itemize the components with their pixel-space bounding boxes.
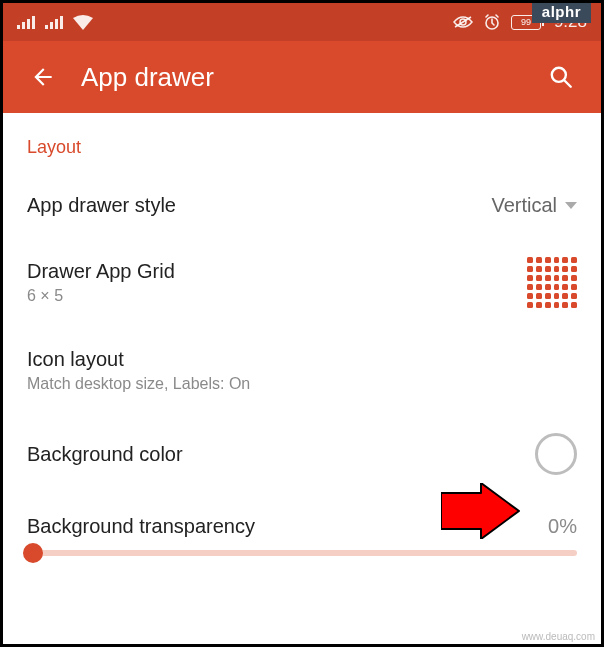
grid-preview-icon xyxy=(527,257,577,308)
row-title: Background color xyxy=(27,443,535,466)
signal-icon xyxy=(17,15,35,29)
row-title: Drawer App Grid xyxy=(27,260,527,283)
dropdown-value: Vertical xyxy=(491,194,557,217)
slider-thumb[interactable] xyxy=(23,543,43,563)
chevron-down-icon xyxy=(565,202,577,209)
row-drawer-app-grid[interactable]: Drawer App Grid 6 × 5 xyxy=(27,237,577,328)
alphr-badge: alphr xyxy=(532,0,591,23)
section-header-layout: Layout xyxy=(27,113,577,174)
back-button[interactable] xyxy=(23,57,63,97)
arrow-back-icon xyxy=(30,64,56,90)
transparency-value: 0% xyxy=(548,515,577,538)
app-bar: App drawer xyxy=(3,41,601,113)
row-subtitle: 6 × 5 xyxy=(27,287,527,305)
watermark: www.deuaq.com xyxy=(522,631,595,642)
search-icon xyxy=(548,64,574,90)
color-swatch[interactable] xyxy=(535,433,577,475)
row-title: App drawer style xyxy=(27,194,491,217)
search-button[interactable] xyxy=(541,57,581,97)
row-app-drawer-style[interactable]: App drawer style Vertical xyxy=(27,174,577,237)
row-subtitle: Match desktop size, Labels: On xyxy=(27,375,577,393)
row-title: Icon layout xyxy=(27,348,577,371)
row-background-color[interactable]: Background color xyxy=(27,413,577,495)
page-title: App drawer xyxy=(81,62,214,93)
svg-line-3 xyxy=(564,80,571,87)
transparency-slider[interactable] xyxy=(27,550,577,556)
alarm-icon xyxy=(483,13,501,31)
status-bar: 99 9:28 xyxy=(3,3,601,41)
row-background-transparency[interactable]: Background transparency 0% xyxy=(27,495,577,544)
row-title: Background transparency xyxy=(27,515,548,538)
row-icon-layout[interactable]: Icon layout Match desktop size, Labels: … xyxy=(27,328,577,413)
eye-icon xyxy=(453,15,473,29)
wifi-icon xyxy=(73,15,93,30)
signal-icon-2 xyxy=(45,15,63,29)
